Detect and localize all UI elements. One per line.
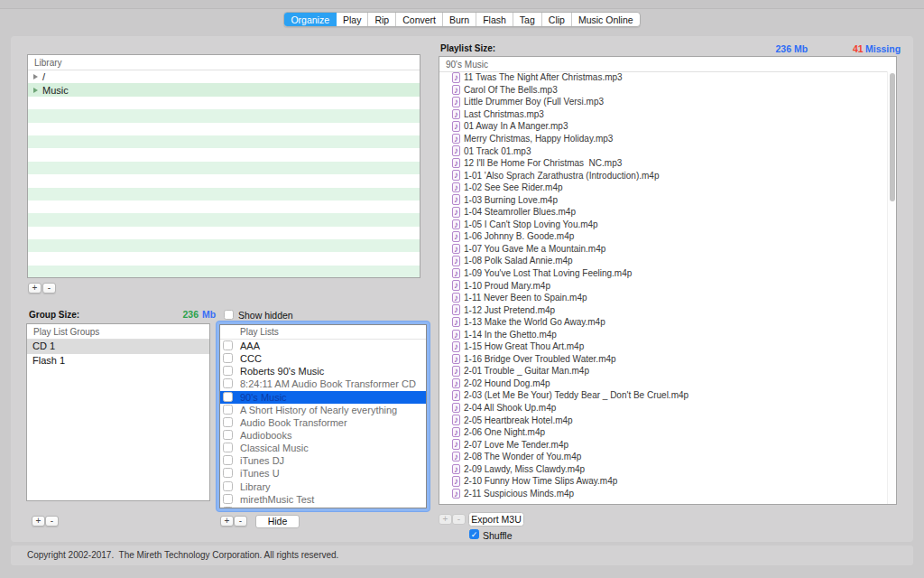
file-row[interactable]: ♪1-12 Just Pretend.m4p: [439, 303, 887, 316]
music-file-icon: ♪: [452, 390, 460, 401]
show-hidden-checkbox[interactable]: [224, 310, 234, 320]
file-row[interactable]: ♪01 Away In A Manger.mp3: [439, 120, 887, 133]
library-remove-button[interactable]: -: [42, 283, 56, 294]
music-file-icon: ♪: [452, 293, 460, 303]
playlist-checkbox[interactable]: [223, 481, 233, 491]
playlist-group-flash-1[interactable]: Flash 1: [27, 354, 209, 368]
group-add-button[interactable]: +: [32, 516, 45, 527]
file-row[interactable]: ♪2-07 Love Me Tender.m4p: [439, 438, 887, 451]
tab-flash[interactable]: Flash: [476, 13, 513, 26]
file-row[interactable]: ♪1-09 You've Lost That Loving Feeling.m4…: [439, 267, 887, 280]
file-row[interactable]: ♪2-09 Lawdy, Miss Clawdy.m4p: [439, 463, 887, 476]
playlist-checkbox[interactable]: [223, 507, 233, 508]
file-row[interactable]: ♪1-05 I Can't Stop Loving You.m4p: [439, 219, 887, 231]
file-row[interactable]: ♪2-08 The Wonder of You.m4p: [439, 451, 887, 463]
disclosure-triangle-icon[interactable]: [33, 74, 38, 79]
tab-play[interactable]: Play: [337, 13, 368, 26]
tab-convert[interactable]: Convert: [396, 13, 443, 26]
library-add-button[interactable]: +: [28, 283, 42, 294]
playlist-item-library[interactable]: Library: [220, 480, 426, 493]
file-remove-button[interactable]: -: [452, 514, 466, 525]
playlist-checkbox[interactable]: [223, 468, 233, 478]
library-item-blank[interactable]: /: [28, 70, 420, 83]
library-item-music[interactable]: Music: [28, 83, 420, 96]
tab-tag[interactable]: Tag: [513, 13, 542, 26]
file-row[interactable]: ♪2-02 Hound Dog.m4p: [439, 378, 887, 390]
playlist-checkbox[interactable]: [223, 366, 233, 376]
tab-clip[interactable]: Clip: [542, 13, 572, 26]
shuffle-label: Shuffle: [483, 530, 513, 541]
playlist-checkbox[interactable]: [223, 378, 233, 388]
playlist-size-label: Playlist Size:: [440, 43, 495, 53]
export-m3u-button[interactable]: Export M3U: [468, 512, 524, 527]
file-row[interactable]: ♪1-13 Make the World Go Away.m4p: [439, 316, 887, 329]
playlist-add-button[interactable]: +: [220, 516, 234, 527]
file-row[interactable]: ♪2-01 Trouble _ Guitar Man.m4p: [439, 365, 887, 378]
file-row[interactable]: ♪1-08 Polk Salad Annie.m4p: [439, 255, 887, 267]
music-file-icon: ♪: [452, 317, 460, 328]
file-row[interactable]: ♪2-10 Funny How Time Slips Away.m4p: [439, 475, 887, 488]
mode-tabbar: OrganizePlayRipConvertBurnFlashTagClipMu…: [0, 12, 924, 27]
playlist-item-blank[interactable]: [220, 506, 426, 508]
hide-button[interactable]: Hide: [255, 515, 300, 528]
file-row[interactable]: ♪1-11 Never Been to Spain.m4p: [439, 292, 887, 304]
playlist-item-90-s-music[interactable]: 90's Music: [220, 391, 426, 404]
library-stripe-row: [28, 252, 420, 265]
playlist-item-aaa[interactable]: AAA: [220, 340, 426, 352]
file-row[interactable]: ♪1-02 See See Rider.m4p: [439, 182, 887, 194]
playlist-item-roberts-90-s-music[interactable]: Roberts 90's Music: [220, 365, 426, 378]
file-row[interactable]: ♪1-16 Bridge Over Troubled Water.m4p: [439, 353, 887, 366]
file-row[interactable]: ♪11 Twas The Night After Christmas.mp3: [439, 71, 887, 84]
file-row[interactable]: ♪12 I'll Be Home For Christmas NC.mp3: [439, 157, 887, 170]
group-remove-button[interactable]: -: [45, 516, 59, 527]
file-row[interactable]: ♪1-06 Johnny B. Goode.m4p: [439, 230, 887, 243]
playlist-checkbox[interactable]: [223, 430, 233, 440]
playlist-item-a-short-history-of-nearly-everything[interactable]: A Short History of Nearly everything: [220, 404, 426, 416]
tab-organize[interactable]: Organize: [284, 13, 337, 26]
playlist-checkbox[interactable]: [223, 455, 233, 465]
file-row[interactable]: ♪2-06 One Night.m4p: [439, 426, 887, 439]
playlist-checkbox[interactable]: [223, 494, 233, 504]
playlist-item-mirethmusic-test[interactable]: mirethMusic Test: [220, 493, 426, 506]
file-row[interactable]: ♪1-01 'Also Sprach Zarathustra (Introduc…: [439, 169, 887, 182]
file-row[interactable]: ♪2-11 Suspicious Minds.m4p: [439, 488, 887, 500]
shuffle-checkbox[interactable]: ✓: [469, 529, 479, 539]
file-row[interactable]: ♪2-04 All Shook Up.m4p: [439, 402, 887, 415]
file-row[interactable]: ♪1-03 Burning Love.m4p: [439, 193, 887, 206]
playlist-item-ccc[interactable]: CCC: [220, 352, 426, 365]
file-row[interactable]: ♪1-07 You Gave Me a Mountain.m4p: [439, 243, 887, 256]
music-file-icon: ♪: [452, 219, 460, 230]
playlist-item-8-24-11-am-audio-book-transformer-cd[interactable]: 8:24:11 AM Audio Book Transformer CD: [220, 378, 426, 390]
playlist-checkbox[interactable]: [223, 353, 233, 363]
file-row[interactable]: ♪2-05 Heartbreak Hotel.m4p: [439, 414, 887, 426]
file-row[interactable]: ♪1-15 How Great Thou Art.m4p: [439, 340, 887, 353]
file-row[interactable]: ♪1-14 In the Ghetto.m4p: [439, 328, 887, 340]
file-list-scrollbar[interactable]: [887, 71, 896, 504]
playlist-item-itunes-dj[interactable]: iTunes DJ: [220, 454, 426, 467]
disclosure-triangle-icon[interactable]: [33, 88, 38, 93]
file-row[interactable]: ♪1-10 Proud Mary.m4p: [439, 279, 887, 292]
playlist-item-audio-book-transformer[interactable]: Audio Book Transformer: [220, 416, 426, 429]
playlist-checkbox[interactable]: [223, 417, 233, 427]
tab-music-online[interactable]: Music Online: [572, 13, 640, 26]
playlist-remove-button[interactable]: -: [234, 516, 247, 527]
playlist-checkbox[interactable]: [223, 340, 233, 350]
playlist-item-itunes-u[interactable]: iTunes U: [220, 467, 426, 480]
playlist-checkbox[interactable]: [223, 392, 233, 402]
playlist-checkbox[interactable]: [223, 405, 233, 415]
file-add-button[interactable]: +: [439, 514, 452, 525]
scrollbar-thumb[interactable]: [890, 73, 895, 201]
file-row[interactable]: ♪Last Christmas.mp3: [439, 108, 887, 121]
file-row[interactable]: ♪Carol Of The Bells.mp3: [439, 84, 887, 97]
playlist-group-cd-1[interactable]: CD 1: [27, 340, 209, 354]
file-row[interactable]: ♪2-03 (Let Me Be Your) Teddy Bear _ Don'…: [439, 389, 887, 402]
playlist-item-audiobooks[interactable]: Audiobooks: [220, 429, 426, 442]
file-row[interactable]: ♪1-04 Steamroller Blues.m4p: [439, 206, 887, 219]
playlist-checkbox[interactable]: [223, 443, 233, 452]
tab-rip[interactable]: Rip: [368, 13, 396, 26]
file-row[interactable]: ♪Merry Christmas, Happy Holiday.mp3: [439, 133, 887, 145]
file-row[interactable]: ♪01 Track 01.mp3: [439, 144, 887, 157]
file-row[interactable]: ♪Little Drummer Boy (Full Versi.mp3: [439, 96, 887, 108]
playlist-item-classical-music[interactable]: Classical Music: [220, 442, 426, 454]
tab-burn[interactable]: Burn: [443, 13, 476, 26]
